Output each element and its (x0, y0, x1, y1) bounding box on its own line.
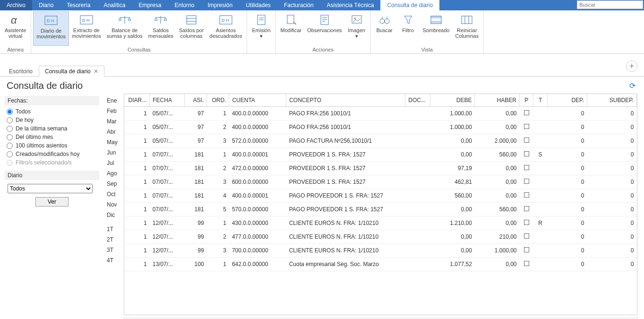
table-row[interactable]: 107/07/...1814400.0.0.00001PAGO PROVEEDO… (124, 189, 637, 203)
grid-area: ⟳ DIAR...FECHAASI.ORD.CUENTACONCEPTODOC.… (124, 77, 644, 319)
menu-facturación[interactable]: Facturación (277, 0, 320, 10)
checkbox-icon[interactable] (524, 179, 529, 184)
month-2t[interactable]: 2T (104, 234, 124, 245)
menu-tesorería[interactable]: Tesorería (60, 0, 97, 10)
table-row[interactable]: 112/07/...993700.0.0.00000CLIENTE EUROS … (124, 244, 637, 258)
table-row[interactable]: 112/07/...991430.0.0.00000CLIENTE EUROS … (124, 216, 637, 230)
month-sep[interactable]: Sep (104, 179, 124, 189)
checkbox-icon[interactable] (524, 138, 529, 143)
close-icon[interactable]: ✕ (94, 68, 98, 75)
data-grid[interactable]: DIAR...FECHAASI.ORD.CUENTACONCEPTODOC...… (124, 94, 637, 315)
col-header[interactable]: FECHA (150, 94, 185, 107)
checkbox-icon[interactable] (524, 124, 529, 129)
menu-utilidades[interactable]: Utilidades (239, 0, 277, 10)
ribbon-extracto-movimientos[interactable]: D HExtracto de movimientos (69, 11, 104, 46)
checkbox-icon[interactable] (524, 165, 529, 170)
menu-asistencia-técnica[interactable]: Asistencia Técnica (320, 0, 381, 10)
col-header[interactable]: T (533, 94, 547, 107)
fechas-option-3[interactable]: Del último mes (5, 133, 99, 141)
scroll-left-icon[interactable]: < (124, 318, 132, 319)
month-nov[interactable]: Nov (104, 199, 124, 210)
col-header[interactable]: DEBE (430, 94, 475, 107)
tab-escritorio[interactable]: Escritorio (3, 66, 39, 77)
table-row[interactable]: 105/07/...973572.0.0.00000PAGO FACTURA N… (124, 134, 637, 148)
ribbon-balance-sumas[interactable]: Balance de sumas y saldos (104, 11, 146, 46)
ribbon-emision[interactable]: Emisión ▾ (249, 11, 273, 52)
horizontal-scrollbar[interactable]: < > (124, 317, 637, 319)
table-row[interactable]: 107/07/...1811400.0.0.00001PROVEEDOR 1 S… (124, 148, 637, 162)
col-header[interactable]: ORD. (207, 94, 229, 107)
checkbox-icon[interactable] (524, 261, 529, 266)
month-feb[interactable]: Feb (104, 106, 124, 116)
ribbon-saldos-mensuales[interactable]: Saldos mensuales (146, 11, 176, 46)
month-mar[interactable]: Mar (104, 116, 124, 127)
month-dic[interactable]: Dic (104, 210, 124, 220)
col-header[interactable]: ASI. (184, 94, 206, 107)
menu-impresión[interactable]: Impresión (201, 0, 239, 10)
month-3t[interactable]: 3T (104, 245, 124, 255)
menu-analítica[interactable]: Analítica (97, 0, 132, 10)
table-row[interactable]: 107/07/...1815570.0.0.00000PAGO PROVEEDO… (124, 203, 637, 216)
table-row[interactable]: 112/07/...992477.0.0.00000CLIENTE EUROS … (124, 230, 637, 244)
col-header[interactable]: DIAR... (124, 94, 150, 107)
ribbon-asientos-descuadrados[interactable]: D HAsientos descuadrados (206, 11, 245, 46)
month-jun[interactable]: Jun (104, 147, 124, 158)
table-row[interactable]: 107/07/...1813600.0.0.00000PROVEEDOR 1 S… (124, 175, 637, 189)
add-tab-button[interactable]: + (626, 60, 637, 72)
diario-header: Diario (5, 171, 99, 180)
menu-diario[interactable]: Diario (32, 0, 60, 10)
month-ago[interactable]: Ago (104, 168, 124, 179)
ribbon-diario-movimientos[interactable]: D HDiario de movimientos (33, 11, 69, 46)
month-1t[interactable]: 1T (104, 224, 124, 234)
ribbon-sombreado[interactable]: Sombreado (420, 11, 453, 46)
fechas-option-0[interactable]: Todos (5, 107, 99, 116)
col-header[interactable]: P (520, 94, 533, 107)
table-row[interactable]: 105/07/...971400.0.0.00000PAGO FRA:256 1… (124, 107, 637, 121)
col-header[interactable]: SUBDEP. (587, 94, 636, 107)
ribbon-reiniciar-columnas[interactable]: Reiniciar Columnas (452, 11, 481, 46)
col-header[interactable]: DEP. (547, 94, 587, 107)
month-jul[interactable]: Jul (104, 158, 124, 168)
ribbon-asistente-virtual[interactable]: αAsistente virtual (2, 11, 29, 46)
month-abr[interactable]: Abr (104, 127, 124, 137)
refresh-icon[interactable]: ⟳ (629, 81, 635, 90)
col-header[interactable]: DOC... (405, 94, 430, 107)
month-ene[interactable]: Ene (104, 95, 124, 106)
ribbon-observaciones[interactable]: Observaciones (304, 11, 344, 46)
search-input[interactable] (577, 0, 643, 9)
ribbon-buscar[interactable]: Buscar (373, 11, 396, 46)
menu-entorno[interactable]: Entorno (168, 0, 201, 10)
checkbox-icon[interactable] (524, 247, 529, 252)
col-header[interactable]: CONCEPTO (286, 94, 405, 107)
tab-consulta-de-diario[interactable]: Consulta de diario✕ (39, 66, 104, 77)
menu-archivo[interactable]: Archivo (0, 0, 32, 10)
col-header[interactable]: HABER (475, 94, 520, 107)
ribbon-imagen[interactable]: Imagen ▾ (345, 11, 369, 46)
ribbon-filtro[interactable]: Filtro (396, 11, 420, 46)
table-row[interactable]: 113/07/...1001642.0.0.00000Cuota empresa… (124, 258, 637, 271)
ribbon-modificar[interactable]: Modificar (278, 11, 305, 46)
col-header[interactable]: CUENTA (229, 94, 286, 107)
checkbox-icon[interactable] (524, 110, 529, 115)
fechas-option-1[interactable]: De hoy (5, 116, 99, 124)
month-may[interactable]: May (104, 137, 124, 147)
table-row[interactable]: 105/07/...972400.0.0.00000PAGO FRA:256 1… (124, 121, 637, 134)
menu-empresa[interactable]: Empresa (132, 0, 168, 10)
funnel-icon (401, 13, 416, 26)
fechas-option-4[interactable]: 100 últimos asientos (5, 141, 99, 150)
ribbon-saldos-columnas[interactable]: Saldos por columnas (176, 11, 207, 46)
checkbox-icon[interactable] (524, 151, 529, 156)
table-row[interactable]: 107/07/...1812472.0.0.00000PROVEEDOR 1 S… (124, 162, 637, 175)
checkbox-icon[interactable] (524, 233, 529, 239)
fechas-option-2[interactable]: De la última semana (5, 124, 99, 133)
month-oct[interactable]: Oct (104, 189, 124, 199)
checkbox-icon[interactable] (524, 206, 529, 211)
menu-consulta-de-diario[interactable]: Consulta de diario (380, 0, 439, 10)
checkbox-icon[interactable] (524, 192, 529, 198)
fechas-option-5[interactable]: Creados/modificados hoy (5, 150, 99, 158)
scroll-right-icon[interactable]: > (629, 318, 637, 319)
ver-button[interactable]: Ver (35, 197, 69, 207)
diario-select[interactable]: Todos (8, 184, 93, 193)
month-4t[interactable]: 4T (104, 255, 124, 266)
checkbox-icon[interactable] (524, 220, 529, 225)
